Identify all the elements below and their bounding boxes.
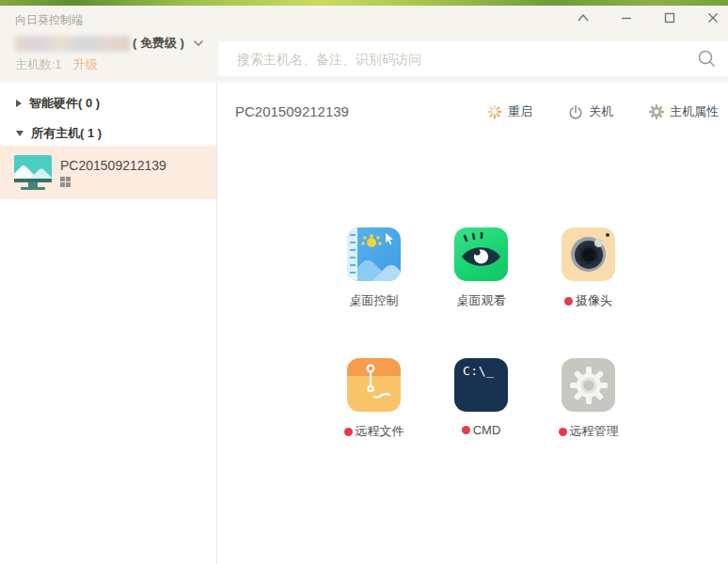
expanded-arrow-icon: [16, 131, 24, 136]
upgrade-link[interactable]: 升级: [73, 56, 98, 73]
chevron-down-icon: [193, 39, 204, 47]
restart-label: 重启: [508, 103, 532, 120]
feature-cmd[interactable]: C:\_ CMD: [454, 358, 508, 440]
feature-label: 桌面观看: [457, 292, 506, 309]
feature-label: 桌面控制: [350, 292, 399, 309]
tree-item-all-hosts[interactable]: 所有主机( 1 ): [16, 125, 102, 142]
power-icon: [568, 104, 583, 119]
window-controls: [547, 10, 720, 25]
account-dropdown[interactable]: ( 免费级 ): [15, 35, 204, 52]
live-badge: [344, 428, 353, 436]
remote-manage-gear-icon: [562, 358, 615, 412]
search-bar: [218, 41, 728, 76]
feature-camera[interactable]: 摄像头: [562, 227, 615, 309]
cursor-arrow-icon: [386, 233, 396, 245]
host-count-label: 主机数:1: [15, 56, 62, 73]
restart-button[interactable]: 重启: [487, 103, 532, 120]
cmd-terminal-icon: C:\_: [454, 358, 508, 412]
live-badge: [559, 428, 567, 436]
feature-desktop-view[interactable]: 桌面观看: [454, 227, 508, 309]
host-name: PC201509212139: [60, 158, 166, 173]
feature-desktop-control[interactable]: 桌面控制: [347, 227, 401, 309]
collapse-up-icon[interactable]: [576, 10, 591, 25]
remote-file-folder-icon: [347, 358, 401, 412]
maximize-icon[interactable]: [662, 10, 677, 25]
host-actions: 重启 关机 主机属性: [487, 103, 719, 120]
feature-remote-file[interactable]: 远程文件: [347, 358, 401, 440]
host-properties-label: 主机属性: [670, 103, 719, 120]
feature-remote-manage[interactable]: 远程管理: [562, 358, 615, 440]
sun-icon: [367, 238, 376, 247]
page-title-host-name: PC201509212139: [235, 103, 349, 119]
search-icon[interactable]: [697, 49, 717, 69]
restart-spinner-icon: [487, 104, 502, 119]
account-name-masked: [15, 36, 130, 52]
shutdown-button[interactable]: 关机: [568, 103, 613, 120]
host-monitor-icon: [14, 155, 52, 191]
windows-logo-icon: [60, 177, 166, 187]
search-input[interactable]: [218, 41, 728, 76]
feature-label: CMD: [462, 423, 501, 437]
account-tier-label: ( 免费级 ): [133, 35, 184, 52]
gear-icon: [649, 104, 664, 119]
host-properties-button[interactable]: 主机属性: [649, 103, 719, 120]
window-title: 向日葵控制端: [15, 12, 83, 28]
feature-grid: 桌面控制 桌面观看: [347, 227, 615, 440]
collapsed-arrow-icon: [16, 100, 22, 107]
shutdown-label: 关机: [589, 103, 613, 120]
host-list-item-selected[interactable]: PC201509212139: [0, 146, 216, 199]
feature-label: 远程管理: [559, 423, 619, 440]
cmd-prompt-text: C:\_: [463, 364, 494, 378]
close-icon[interactable]: [705, 10, 720, 25]
desktop-control-icon: [347, 227, 401, 281]
tree-item-smart-hardware[interactable]: 智能硬件( 0 ): [16, 95, 100, 112]
minimize-icon[interactable]: [619, 10, 634, 25]
host-stats: 主机数:1 升级: [15, 56, 98, 73]
tree-item-label: 所有主机( 1 ): [31, 125, 102, 142]
feature-label: 远程文件: [344, 423, 404, 440]
camera-lens-icon: [562, 227, 615, 281]
tree-item-label: 智能硬件( 0 ): [29, 95, 100, 112]
desktop-view-eye-icon: [454, 227, 508, 281]
app-window: { "window": { "title": "向日葵控制端" }, "titl…: [0, 0, 728, 564]
feature-label: 摄像头: [564, 292, 612, 309]
live-badge: [462, 426, 470, 434]
sidebar-divider: [216, 83, 217, 564]
live-badge: [564, 297, 573, 306]
